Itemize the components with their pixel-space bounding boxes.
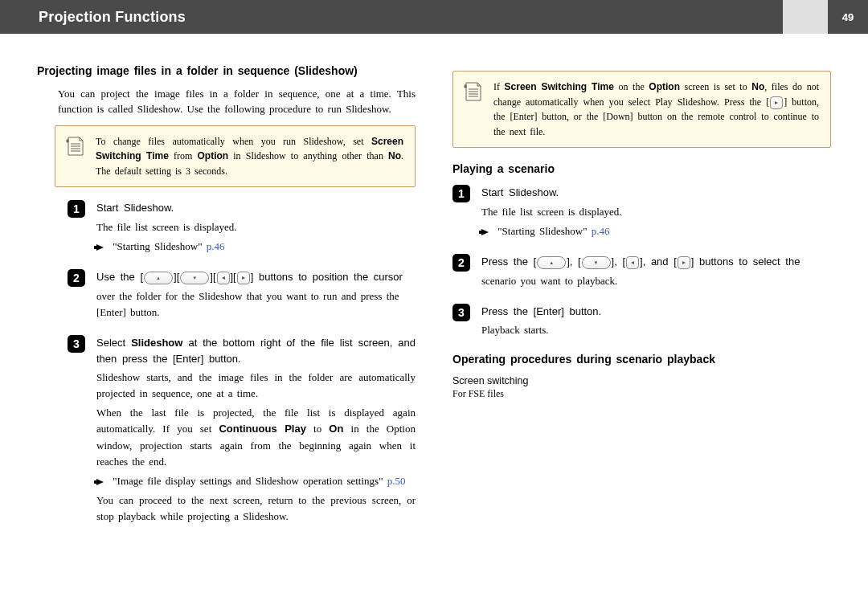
tip-text: To change files automatically when you r… xyxy=(96,134,403,179)
note-icon xyxy=(63,134,84,179)
step-3-sub3: You can proceed to the next screen, retu… xyxy=(96,492,416,525)
step-number-icon: 1 xyxy=(68,200,85,218)
section-heading-slideshow: Projecting image files in a folder in se… xyxy=(37,64,416,77)
step-2-sub: over the folder for the Slideshow that y… xyxy=(96,288,416,321)
step-r2-main: Press the [▲], [▼], [◂], and [▸] buttons… xyxy=(481,254,831,270)
step-1-xref: "Starting Slideshow" p.46 xyxy=(96,239,416,255)
down-button-icon: ▼ xyxy=(180,272,209,284)
right-button-icon: ▸ xyxy=(678,256,690,269)
note-icon xyxy=(461,80,482,139)
tip-box-right: If Screen Switching Time on the Option s… xyxy=(452,71,831,148)
step-r1-sub: The file list screen is displayed. xyxy=(481,204,831,220)
step-number-icon: 2 xyxy=(68,269,85,287)
step-r3-sub: Playback starts. xyxy=(481,322,831,338)
fse-note: For FSE files xyxy=(452,388,831,400)
up-button-icon: ▲ xyxy=(537,256,566,269)
step-3-xref: "Image file display settings and Slidesh… xyxy=(96,473,416,489)
step-3-main: Select Slideshow at the bottom right of … xyxy=(96,335,416,366)
step-3-sub1: Slideshow starts, and the image files in… xyxy=(96,370,416,402)
step-number-icon: 3 xyxy=(452,304,470,321)
page-title: Projection Functions xyxy=(0,0,783,34)
step-r3: 3 Press the [Enter] button. Playback sta… xyxy=(452,304,831,339)
xref-p50[interactable]: p.50 xyxy=(387,475,406,487)
step-3-sub2: When the last file is projected, the fil… xyxy=(96,405,416,470)
page-number: 49 xyxy=(828,0,868,34)
step-1-sub: The file list screen is displayed. xyxy=(96,219,416,235)
step-1-main: Start Slideshow. xyxy=(96,200,416,216)
pointer-icon xyxy=(96,479,104,485)
right-column: If Screen Switching Time on the Option s… xyxy=(452,64,831,539)
step-3: 3 Select Slideshow at the bottom right o… xyxy=(37,335,416,525)
steps-left: 1 Start Slideshow. The file list screen … xyxy=(37,200,416,525)
intro-paragraph: You can project the image files in a fol… xyxy=(37,87,416,117)
step-number-icon: 3 xyxy=(68,335,85,353)
step-2-main: Use the [▲][▼][◂][▸] buttons to position… xyxy=(96,269,416,285)
step-r3-main: Press the [Enter] button. xyxy=(481,304,831,320)
header-tab xyxy=(783,0,828,34)
steps-right: 1 Start Slideshow. The file list screen … xyxy=(452,185,831,338)
step-r2: 2 Press the [▲], [▼], [◂], and [▸] butto… xyxy=(452,254,831,289)
step-number-icon: 1 xyxy=(452,185,470,202)
pointer-icon xyxy=(481,229,489,235)
right-button-icon: ▸ xyxy=(770,96,783,109)
pointer-icon xyxy=(96,244,104,251)
step-number-icon: 2 xyxy=(452,254,470,272)
tip-text: If Screen Switching Time on the Option s… xyxy=(493,80,819,139)
step-r2-sub: scenario you want to playback. xyxy=(481,273,831,289)
step-r1-main: Start Slideshow. xyxy=(481,185,831,201)
step-r1-xref: "Starting Slideshow" p.46 xyxy=(481,223,831,239)
right-button-icon: ▸ xyxy=(237,272,250,284)
subheading-screen-switching: Screen switching xyxy=(452,375,831,386)
section-heading-operating: Operating procedures during scenario pla… xyxy=(452,353,831,366)
step-1: 1 Start Slideshow. The file list screen … xyxy=(37,200,416,255)
xref-p46[interactable]: p.46 xyxy=(592,225,610,237)
content: Projecting image files in a folder in se… xyxy=(0,34,868,555)
step-r1: 1 Start Slideshow. The file list screen … xyxy=(452,185,831,239)
step-2: 2 Use the [▲][▼][◂][▸] buttons to positi… xyxy=(37,269,416,321)
xref-p46[interactable]: p.46 xyxy=(207,240,225,252)
left-button-icon: ◂ xyxy=(626,256,639,269)
page-header: Projection Functions 49 xyxy=(0,0,868,34)
tip-box-left: To change files automatically when you r… xyxy=(55,125,416,188)
up-button-icon: ▲ xyxy=(144,272,173,284)
down-button-icon: ▼ xyxy=(582,256,611,269)
section-heading-scenario: Playing a scenario xyxy=(452,162,831,175)
left-button-icon: ◂ xyxy=(217,272,230,284)
left-column: Projecting image files in a folder in se… xyxy=(37,64,416,539)
